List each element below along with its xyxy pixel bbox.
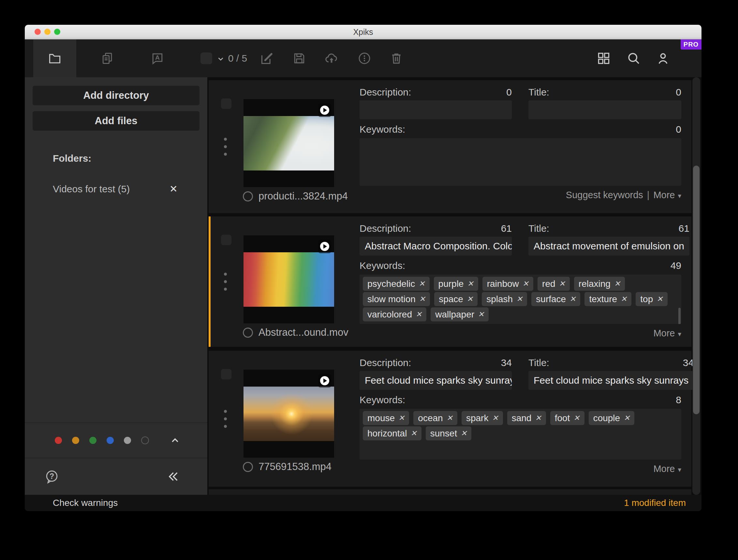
keyword-tag[interactable]: splash	[482, 292, 527, 306]
keywords-box[interactable]: psychedelic purple rainbow red relaxing …	[360, 274, 681, 324]
add-directory-button[interactable]: Add directory	[33, 86, 200, 105]
more-link[interactable]: More	[653, 328, 675, 338]
remove-folder-icon[interactable]	[169, 184, 177, 194]
keyword-tag[interactable]: mouse	[363, 411, 409, 425]
remove-keyword-icon[interactable]	[478, 311, 484, 318]
more-link[interactable]: More	[653, 464, 675, 474]
remove-keyword-icon[interactable]	[657, 295, 663, 303]
more-dropdown-icon[interactable]	[678, 465, 681, 475]
more-info-button[interactable]	[357, 51, 372, 65]
remove-keyword-icon[interactable]	[416, 311, 422, 318]
folder-item[interactable]: Videos for test (5)	[25, 183, 207, 194]
tab-files[interactable]	[33, 39, 76, 77]
grid-view-button[interactable]	[597, 51, 611, 65]
keyword-tag[interactable]: slow motion	[363, 292, 430, 306]
keyword-tag[interactable]: varicolored	[363, 308, 426, 322]
add-files-button[interactable]: Add files	[33, 111, 200, 131]
file-checkbox[interactable]	[221, 369, 232, 380]
file-checkbox[interactable]	[221, 235, 232, 245]
video-thumbnail[interactable]	[244, 235, 334, 323]
no-label-dot[interactable]	[141, 437, 149, 444]
title-input[interactable]: Feet cloud mice sparks sky sunrays	[528, 371, 694, 390]
keyword-tag[interactable]: sunset	[426, 426, 472, 440]
search-button[interactable]	[627, 51, 641, 65]
play-icon[interactable]	[318, 103, 331, 117]
remove-keyword-icon[interactable]	[410, 430, 417, 437]
upload-button[interactable]	[324, 51, 339, 65]
play-icon[interactable]	[318, 239, 331, 253]
green-label-dot[interactable]	[89, 437, 96, 444]
keyword-tag[interactable]: texture	[585, 292, 632, 306]
remove-keyword-icon[interactable]	[570, 295, 576, 303]
file-radio[interactable]	[243, 191, 253, 201]
suggest-keywords-link[interactable]: Suggest keywords	[566, 190, 643, 200]
remove-keyword-icon[interactable]	[516, 295, 522, 303]
keyword-tag[interactable]: ocean	[413, 411, 457, 425]
keyword-tag[interactable]: foot	[550, 411, 585, 425]
remove-keyword-icon[interactable]	[535, 414, 541, 422]
keyword-tag[interactable]: spark	[461, 411, 503, 425]
file-row[interactable]: producti...3824.mp4 Description: 0	[209, 80, 691, 213]
remove-keyword-icon[interactable]	[467, 280, 473, 288]
file-row[interactable]: 775691538.mp4 Description: 34 Feet cloud…	[209, 351, 691, 487]
description-input[interactable]: Abstract Macro Composition. Color	[360, 237, 512, 255]
remove-keyword-icon[interactable]	[447, 414, 453, 422]
video-thumbnail[interactable]	[244, 370, 334, 458]
drag-handle-icon[interactable]	[224, 273, 227, 291]
keyword-tag[interactable]: surface	[531, 292, 580, 306]
blue-label-dot[interactable]	[106, 437, 114, 444]
remove-keyword-icon[interactable]	[398, 414, 404, 422]
more-link[interactable]: More	[653, 190, 675, 200]
more-dropdown-icon[interactable]	[678, 329, 681, 339]
save-button[interactable]	[292, 51, 306, 65]
description-input[interactable]: Feet cloud mice sparks sky sunrays	[360, 371, 512, 390]
keyword-tag[interactable]: relaxing	[574, 277, 625, 291]
file-checkbox[interactable]	[221, 98, 232, 109]
drag-handle-icon[interactable]	[224, 138, 227, 156]
video-thumbnail[interactable]	[244, 99, 334, 187]
remove-keyword-icon[interactable]	[621, 295, 627, 303]
remove-keyword-icon[interactable]	[624, 414, 630, 422]
keywords-scrollbar[interactable]	[678, 308, 681, 324]
keyword-tag[interactable]: top	[636, 292, 667, 306]
delete-button[interactable]	[389, 51, 404, 65]
remove-keyword-icon[interactable]	[467, 295, 473, 303]
description-input[interactable]	[360, 100, 512, 119]
list-scrollbar-thumb[interactable]	[693, 165, 700, 414]
select-all-checkbox[interactable]	[201, 52, 212, 64]
red-label-dot[interactable]	[55, 437, 62, 444]
remove-keyword-icon[interactable]	[522, 280, 529, 288]
keyword-tag[interactable]: horizontal	[363, 426, 421, 440]
collapse-sidebar-icon[interactable]	[166, 470, 179, 483]
title-input[interactable]	[528, 100, 681, 119]
keyword-tag[interactable]: wallpaper	[431, 308, 489, 322]
autofill-button[interactable]: A	[150, 51, 164, 65]
remove-keyword-icon[interactable]	[559, 280, 565, 288]
remove-keyword-icon[interactable]	[492, 414, 498, 422]
title-input[interactable]: Abstract movement of emulsion on	[528, 237, 689, 255]
help-icon[interactable]: ?	[44, 469, 59, 484]
remove-keyword-icon[interactable]	[419, 295, 425, 303]
keyword-tag[interactable]: rainbow	[482, 277, 533, 291]
file-radio[interactable]	[243, 328, 253, 338]
remove-keyword-icon[interactable]	[614, 280, 620, 288]
remove-keyword-icon[interactable]	[461, 430, 467, 437]
copy-attributes-button[interactable]	[100, 51, 115, 65]
file-radio[interactable]	[243, 462, 253, 472]
drag-handle-icon[interactable]	[224, 410, 227, 428]
play-icon[interactable]	[318, 374, 331, 388]
user-button[interactable]	[656, 51, 670, 65]
keywords-box[interactable]	[360, 138, 681, 186]
file-row[interactable]: Abstract...ound.mov Description: 61 Abst…	[209, 216, 691, 347]
list-scrollbar[interactable]	[692, 77, 700, 495]
keyword-tag[interactable]: psychedelic	[363, 277, 430, 291]
chevron-up-icon[interactable]	[169, 435, 180, 446]
check-warnings-link[interactable]: Check warnings	[53, 498, 118, 508]
orange-label-dot[interactable]	[72, 437, 79, 444]
remove-keyword-icon[interactable]	[574, 414, 580, 422]
keyword-tag[interactable]: space	[434, 292, 477, 306]
edit-button[interactable]	[260, 51, 274, 65]
remove-keyword-icon[interactable]	[419, 280, 425, 288]
keyword-tag[interactable]: red	[537, 277, 570, 291]
keywords-box[interactable]: mouse ocean spark sand foot couple horiz…	[360, 409, 681, 460]
